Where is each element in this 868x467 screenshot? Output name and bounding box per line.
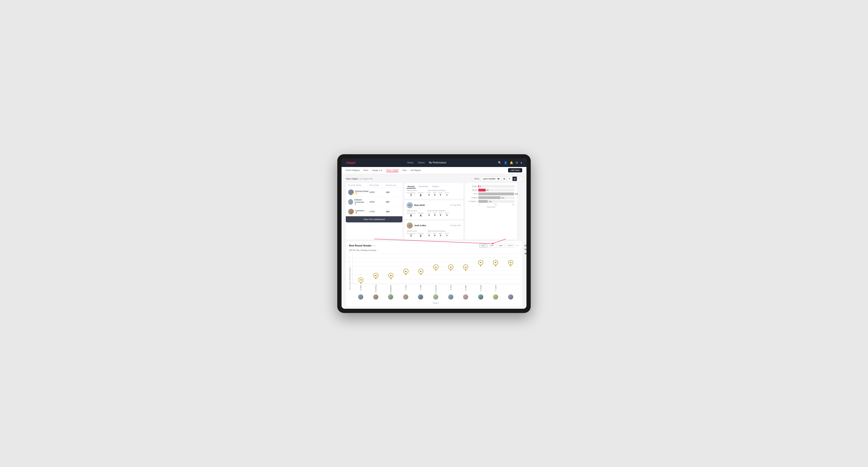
filter-arg[interactable]: ARG (497, 244, 505, 248)
grid-view-btn[interactable]: ⊞ (502, 177, 507, 181)
cols: Tournament 8 Practice 4 (407, 212, 424, 217)
show-label: Show (474, 178, 479, 180)
player-avatars-row (352, 294, 519, 301)
practice-activities-label: Total Practice Activities (427, 189, 449, 191)
user-icon[interactable]: 👤 (504, 161, 507, 164)
view-buttons: ⊞ ≡ ▤ ↓ (502, 177, 522, 181)
list-view-btn[interactable]: ≡ (507, 177, 512, 181)
nav-home[interactable]: Home (407, 161, 413, 164)
filter-putt[interactable]: PUTT (506, 244, 515, 248)
player-avatar-bottom (478, 294, 483, 300)
player-avatar-bottom (433, 294, 438, 300)
subtitle-sub: Fairway Accuracy (361, 249, 376, 251)
player-card-josh: JC Josh Coles 26 Aug 2023 Total Rounds T… (404, 220, 463, 239)
bell-icon[interactable]: 🔔 (510, 161, 513, 164)
bar-label: Pars (467, 193, 477, 195)
practice-value: 6 (420, 194, 422, 197)
annotation-text: Here you can see streaks your players ha… (525, 244, 526, 255)
player-cards-panel: Rounds Tournament Practice Total Rounds … (404, 183, 463, 239)
chart-inner: 7 6 5 4 3 2 1 7x (352, 253, 519, 304)
avatar: 2 (348, 199, 353, 205)
card-header: JC Josh Coles 26 Aug 2023 (407, 222, 461, 228)
sub-nav: PGAT Players PGA Hcaps 1-5 Team Clippd T… (342, 167, 526, 174)
search-icon[interactable]: 🔍 (498, 161, 501, 164)
tournament-value: 7 (410, 194, 412, 197)
bar-fill: 311 (478, 196, 500, 199)
top-nav: clippd Home Teams My Performance 🔍 👤 🔔 ⚙… (342, 158, 526, 167)
dot (361, 283, 362, 284)
sub-nav-links: PGAT Players PGA Hcaps 1-5 Team Clippd T… (346, 168, 421, 172)
edit-icon[interactable]: ✏ (371, 178, 372, 180)
player-avatar-bottom (373, 294, 378, 300)
player-name: Cameron... (355, 210, 366, 212)
annotation-box: Here you can see streaks your players ha… (525, 244, 526, 255)
add-team-button[interactable]: Add Team (508, 168, 522, 173)
filter-app[interactable]: APP (488, 244, 496, 248)
bubble: 3x (508, 260, 513, 265)
grid-area: 7 6 5 4 3 2 1 7x (352, 253, 519, 284)
nav-teams[interactable]: Teams (418, 161, 425, 164)
subnav-tour[interactable]: Tour (402, 169, 407, 172)
team-name: Team Clippd (346, 178, 358, 180)
dot (465, 270, 466, 271)
app-value: 0 (434, 194, 435, 196)
subnav-hcaps[interactable]: Hcaps 1-5 (372, 169, 382, 172)
arg-stat: ARG 0 (439, 212, 442, 216)
nav-my-performance[interactable]: My Performance (429, 161, 446, 164)
data-point: 7x (358, 277, 364, 284)
chart-panel: Eagles 3 Birdies (465, 183, 517, 239)
streaks-subtitle: Off The Tee, Fairway Accuracy (349, 249, 519, 251)
col-pb-avg: PB AVG SQ (386, 184, 400, 186)
subnav-all-players[interactable]: All Players (410, 169, 421, 172)
rank-badge-bronze: 3 (351, 212, 354, 214)
ott-stat: OTT 0 (427, 212, 431, 216)
arrow-right-icon: → (516, 244, 519, 248)
avatar-icon[interactable]: ● (521, 161, 522, 164)
subnav-pgat[interactable]: PGAT Players (346, 169, 360, 172)
tab-rounds[interactable]: Rounds (407, 185, 415, 188)
data-point: 3x (493, 260, 498, 266)
bar-container: 131 (478, 200, 515, 203)
tab-practice[interactable]: Practice (431, 185, 440, 188)
player-avatar-bottom (463, 294, 468, 300)
bubble: 4x (433, 264, 438, 270)
player-name: Edward Crossman (354, 198, 369, 203)
bar-row-pars: Pars 499 (467, 192, 515, 195)
bubble: 5x (403, 269, 408, 274)
practice-stat: Practice 4 (418, 212, 424, 217)
player-avatar-bottom (493, 294, 498, 300)
card-view-btn[interactable]: ▤ (512, 177, 517, 181)
tournament-stat: Tournament 8 (407, 212, 415, 217)
subnav-team-clippd[interactable]: Team Clippd (386, 168, 399, 172)
ott-stat: OTT 0 (427, 232, 431, 237)
subnav-pga[interactable]: PGA (364, 169, 368, 172)
data-point: 6x (388, 273, 394, 279)
player-card-date: 26 Aug 2023 (450, 224, 461, 226)
x-tick: 0 (478, 204, 479, 206)
settings-icon[interactable]: ⚙ (516, 161, 518, 164)
leaderboard-header: PLAYER NAME PB SCORE PB AVG SQ (346, 183, 402, 188)
filter-ott[interactable]: OTT (479, 244, 487, 248)
x-tick: 200 (494, 204, 497, 206)
data-point: 3x (478, 260, 483, 266)
player-avatar-bottom (508, 294, 513, 300)
stats-row: Total Rounds Tournament 7 Practice 2 (407, 230, 461, 238)
app-label: APP (433, 192, 436, 194)
tab-tournament[interactable]: Tournament (417, 185, 429, 188)
table-row: 3 Cameron... 🥉 17/20 103 (346, 207, 402, 216)
dot (510, 265, 511, 266)
dot (480, 265, 481, 266)
data-point: 6x (373, 273, 379, 279)
view-full-leaderboard-button[interactable]: View Full Leaderboard (346, 216, 402, 222)
data-point: 5x (418, 269, 423, 275)
subtitle-main: Off The Tee (349, 249, 360, 251)
period-select[interactable]: Last 3 months (481, 177, 500, 181)
bubble: 6x (373, 273, 379, 278)
bar-value: 131 (489, 200, 492, 203)
table-view-btn[interactable]: ↓ (518, 177, 522, 181)
player-x-label: M. Miller (465, 285, 467, 291)
chart-bars: Eagles 3 Birdies (467, 185, 515, 203)
practice-stat: Practice 2 (418, 232, 424, 238)
team-title: Team Clippd | 14 Players ✏ (346, 178, 372, 180)
bar-value: 96 (487, 189, 489, 191)
